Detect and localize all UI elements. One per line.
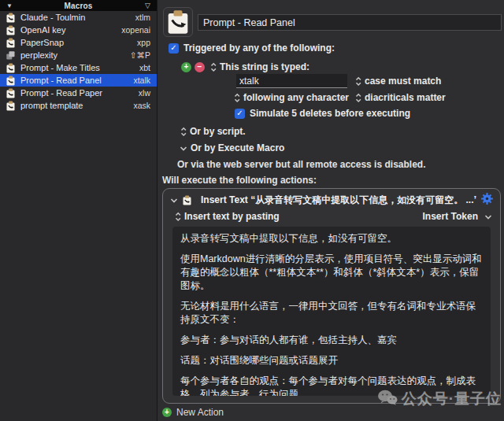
macro-clipboard-icon	[6, 88, 16, 98]
action-header-row: Insert Text “从录音转写文稿中提取以下信息，如没有可留空。 ...”…	[170, 194, 476, 207]
updown-chevron-icon	[355, 93, 361, 103]
sidebar-item-prompt-template[interactable]: prompt template xask	[0, 99, 157, 112]
plus-icon: +	[162, 408, 172, 417]
insert-text-action[interactable]: Insert Text “从录音转写文稿中提取以下信息，如没有可留空。 ...”…	[162, 188, 501, 404]
collapse-triangle-icon[interactable]: ▼	[6, 2, 22, 9]
updown-chevron-icon	[210, 62, 217, 72]
sidebar-title: Macros	[22, 2, 135, 10]
insert-method-dropdown[interactable]: Insert text by pasting	[175, 211, 280, 222]
macro-label: perplexity	[20, 50, 130, 60]
insert-token-label: Insert Token	[423, 211, 478, 222]
windows-overlap-icon	[6, 50, 16, 61]
macro-clipboard-icon	[6, 101, 16, 111]
macro-shortcut: xtalk	[133, 76, 150, 85]
diacriticals-dropdown[interactable]: diacriticals matter	[355, 92, 446, 103]
add-trigger-button[interactable]: +	[181, 62, 191, 72]
following-character-dropdown[interactable]: following any character	[234, 92, 349, 103]
new-action-label: New Action	[176, 407, 224, 418]
sidebar-item-prompt-read-panel-selected[interactable]: Prompt - Read Panel xtalk	[0, 74, 157, 87]
or-by-script-dropdown[interactable]: Or by script.	[180, 126, 246, 137]
action-gear-icon[interactable]	[480, 192, 494, 205]
sidebar-item-openai-key[interactable]: OpenAI key xopenai	[0, 24, 157, 36]
diacriticals-label: diacriticals matter	[365, 92, 446, 103]
sidebar-item-prompt-make-titles[interactable]: Prompt - Make Titles xbt	[0, 61, 157, 74]
body-paragraph: 从录音转写文稿中提取以下信息，如没有可留空。	[180, 232, 483, 246]
body-paragraph: 无论材料是用什么语言，一律用中文回答，但专有名词和专业术语保持原文不变：	[180, 300, 483, 327]
updown-chevron-icon	[234, 93, 240, 103]
filter-funnel-icon[interactable]: ▽	[135, 2, 150, 9]
web-server-note: Or via the web server but all remote acc…	[177, 159, 425, 170]
macro-label: PaperSnap	[20, 38, 137, 47]
sidebar-item-perplexity[interactable]: perplexity ⇧⌘P	[0, 49, 157, 61]
trigger-type-dropdown[interactable]: This string is typed:	[210, 61, 309, 72]
sidebar-item-claude-toulmin[interactable]: Claude - Toulmin xtlm	[0, 11, 157, 24]
macro-label: Prompt - Read Paper	[20, 88, 139, 98]
trigger-string-input[interactable]	[236, 74, 347, 88]
body-paragraph: 使用Markdown进行清晰的分层表示，使用项目符号、突出显示动词和有趣的概念以…	[180, 253, 483, 293]
macro-icon-button[interactable]	[163, 7, 193, 37]
macro-clipboard-icon	[6, 38, 16, 48]
sidebar-header: ▼ Macros ▽	[0, 0, 157, 11]
or-by-execute-macro-disclosure[interactable]: Or by Execute Macro	[180, 142, 284, 153]
body-paragraph: 参与者：参与对话的人都有谁，包括主持人、嘉宾	[180, 334, 483, 347]
macro-shortcut: xtlm	[135, 13, 150, 22]
macro-title-input[interactable]	[198, 14, 502, 31]
macro-clipboard-icon	[6, 25, 16, 35]
macros-sidebar: ▼ Macros ▽ Claude - Toulmin xtlm OpenAI …	[0, 0, 158, 421]
following-character-label: following any character	[243, 92, 349, 103]
macro-editor-panel: ✓ Triggered by any of the following: + −…	[158, 0, 504, 421]
sidebar-item-papersnap[interactable]: PaperSnap xpp	[0, 36, 157, 49]
body-paragraph: 话题：对话围绕哪些问题或话题展开	[180, 354, 483, 367]
trigger-header-row: + − This string is typed:	[181, 61, 309, 72]
macro-clipboard-icon	[6, 63, 16, 73]
triggered-by-row: ✓ Triggered by any of the following:	[169, 42, 335, 54]
triggered-label: Triggered by any of the following:	[183, 42, 335, 54]
case-match-label: case must match	[365, 76, 441, 87]
simulate-deletes-row: ✓ Simulate 5 deletes before executing	[235, 108, 410, 119]
body-paragraph: 每个参与者各自的观点：每个参与者对每个问题表达的观点，制成表格，列为参与者，行为…	[180, 375, 483, 396]
macro-label: Prompt - Make Titles	[20, 63, 139, 72]
updown-chevron-icon	[180, 127, 187, 137]
macro-clipboard-icon	[6, 76, 16, 86]
new-action-button[interactable]: + New Action	[162, 407, 224, 418]
macro-label: Prompt - Read Panel	[20, 76, 133, 85]
remove-trigger-button[interactable]: −	[195, 62, 205, 72]
insert-method-label: Insert text by pasting	[184, 211, 280, 222]
case-match-dropdown[interactable]: case must match	[355, 76, 441, 87]
updown-chevron-icon	[175, 212, 181, 222]
down-chevron-icon	[180, 145, 187, 152]
macro-clipboard-icon	[6, 13, 16, 23]
simulate-deletes-label: Simulate 5 deletes before executing	[250, 108, 410, 119]
updown-chevron-icon	[355, 76, 361, 87]
macro-label: OpenAI key	[20, 25, 121, 35]
macro-shortcut: xopenai	[121, 25, 150, 35]
macro-label: prompt template	[20, 101, 133, 110]
simulate-deletes-checkbox[interactable]: ✓	[235, 109, 245, 119]
or-by-execute-macro-label: Or by Execute Macro	[191, 142, 284, 153]
will-execute-label: Will execute the following actions:	[162, 175, 317, 186]
macro-shortcut: ⇧⌘P	[130, 50, 150, 60]
insert-token-dropdown[interactable]: Insert Token	[423, 211, 492, 222]
trigger-type-label: This string is typed:	[220, 61, 309, 72]
action-title: Insert Text “从录音转写文稿中提取以下信息，如没有可留空。 ...”…	[201, 194, 476, 207]
or-by-script-label: Or by script.	[190, 126, 246, 137]
action-subheader-row: Insert text by pasting Insert Token	[175, 211, 492, 222]
collapse-action-chevron-icon[interactable]	[170, 197, 178, 204]
keyboard-maestro-window: ▼ Macros ▽ Claude - Toulmin xtlm OpenAI …	[0, 0, 504, 421]
sidebar-item-prompt-read-paper[interactable]: Prompt - Read Paper xlw	[0, 87, 157, 99]
triggered-checkbox[interactable]: ✓	[169, 43, 179, 54]
down-chevron-icon	[484, 213, 492, 220]
insert-text-body-textarea[interactable]: 从录音转写文稿中提取以下信息，如没有可留空。 使用Markdown进行清晰的分层…	[172, 227, 491, 396]
action-clipboard-icon	[182, 195, 192, 205]
macro-shortcut: xask	[133, 101, 150, 110]
macro-shortcut: xbt	[139, 63, 150, 72]
clipboard-arrow-icon	[166, 9, 190, 35]
macro-shortcut: xpp	[137, 38, 150, 47]
macro-shortcut: xlw	[139, 88, 150, 98]
macro-label: Claude - Toulmin	[20, 13, 135, 22]
